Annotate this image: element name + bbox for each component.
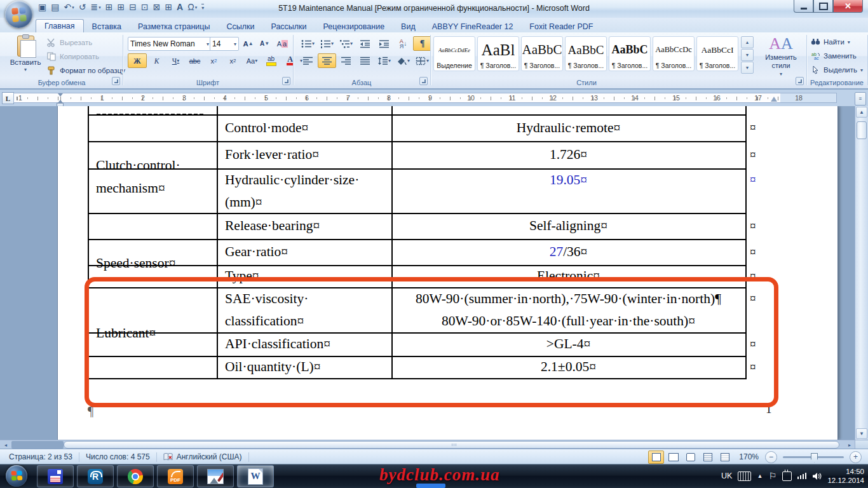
clear-formatting-button[interactable]: Aa [273,36,292,51]
undo-icon[interactable]: ↶ [64,3,74,11]
view-draft-button[interactable] [717,451,733,464]
view-print-layout-button[interactable] [648,451,664,464]
tab-references[interactable]: Ссылки [218,20,262,32]
cell-value[interactable]: 1.726¤ [393,141,744,168]
taskbar-chrome-button[interactable] [117,465,154,487]
tab-mailings[interactable]: Рассылки [262,20,315,32]
underline-button[interactable]: Ч▾ [166,53,185,68]
cell-value[interactable]: 27/36¤ [393,239,744,265]
clock[interactable]: 14:50 12.12.2014 [827,467,864,485]
view-outline-button[interactable] [700,451,715,464]
clipboard-dialog-launcher-icon[interactable] [112,77,120,85]
taskbar-word-button[interactable]: W [237,465,274,487]
cell-label[interactable]: Fork·lever·ratio¤ [218,141,391,168]
italic-button[interactable]: К [147,53,166,68]
numbered-list-button[interactable]: ▾ [318,36,336,51]
copy-button[interactable]: Копировать [47,52,99,61]
borders-button[interactable]: ▾ [413,53,431,68]
cut-button[interactable]: Вырезать [47,38,92,47]
merge-cells-icon[interactable]: ⊡ [141,3,149,11]
style-scroll-down-icon[interactable]: ▼ [741,49,754,61]
action-center-flag-icon[interactable]: ⚐ [768,471,776,481]
symbol-icon[interactable]: Ω [187,3,197,11]
qat-customize-icon[interactable]: ▾ [201,4,204,11]
insert-row-icon[interactable]: ⊞ [117,3,125,11]
style-card-emphasis[interactable]: AaBbCcDdEeВыделение [433,36,475,71]
change-case-button[interactable]: Aa▾ [243,53,261,68]
horizontal-scrollbar[interactable]: ◂ ▸ [0,440,868,449]
language-indicator[interactable]: UK [721,471,732,480]
bullet-list-button[interactable]: ▾ [299,36,317,51]
taskbar-total-commander-button[interactable] [37,465,74,487]
spellcheck-status[interactable]: Английский (США) [157,452,249,462]
increase-indent-button[interactable] [375,36,393,51]
zoom-out-button[interactable]: − [765,451,777,463]
style-card-heading5[interactable]: AaBbCcDc¶ Заголов... [653,36,695,71]
view-fullscreen-button[interactable] [665,451,681,464]
decrease-indent-button[interactable] [356,36,374,51]
show-formatting-marks-button[interactable]: ¶ [413,36,431,51]
vertical-scrollbar[interactable]: ▲ ▼ [855,106,868,440]
font-family-combobox[interactable]: Times New Roman▾ [128,37,212,51]
cell-label[interactable]: Control·mode¤ [218,114,391,141]
change-styles-button[interactable]: AA Изменить стили ▾ [759,36,803,80]
style-card-heading3[interactable]: AaBbC¶ Заголов... [565,36,607,71]
zoom-level[interactable]: 170% [734,452,764,461]
cell-label[interactable]: Hydraulic·cylinder·size· (mm)¤ [218,168,391,214]
taskbar-foxit-button[interactable]: PDF [157,465,194,487]
zoom-slider[interactable] [783,456,844,458]
format-painter-button[interactable]: Формат по образцу [47,66,125,75]
multilevel-list-button[interactable]: ▾ [337,36,355,51]
strikethrough-button[interactable]: abc [186,53,204,68]
select-button[interactable]: Выделить▾ [811,65,863,74]
tab-selector[interactable]: L [2,92,14,104]
tab-review[interactable]: Рецензирование [315,20,393,32]
align-left-button[interactable] [299,53,317,68]
paste-button[interactable]: Вставить ▾ [6,36,44,76]
shading-button[interactable]: ▾ [394,53,412,68]
paragraph-dialog-launcher-icon[interactable] [419,77,428,85]
speaker-icon[interactable] [812,472,822,480]
style-scroll-up-icon[interactable]: ▲ [741,36,754,48]
page-indicator[interactable]: Страница: 2 из 53 [3,452,79,462]
scroll-up-icon[interactable]: ▲ [856,107,867,118]
insert-column-icon[interactable]: ⊞ [105,3,113,11]
tab-view[interactable]: Вид [393,20,424,32]
cell-clutch-control-mechanism[interactable]: Clutch·control· mechanism¤ [89,114,217,239]
delete-cells-icon[interactable]: ⊟ [129,3,137,11]
keyboard-icon[interactable] [738,471,751,481]
style-card-heading1[interactable]: AaBl¶ Заголов... [477,36,519,71]
align-center-button[interactable] [318,53,336,68]
print-preview-icon[interactable]: ▤ [51,3,59,11]
word-count[interactable]: Число слов: 4 575 [79,452,157,462]
maximize-button[interactable] [813,0,833,13]
font-size-combobox[interactable]: 14▾ [210,37,239,51]
zoom-in-button[interactable]: + [850,451,862,463]
highlight-color-button[interactable]: ab [262,53,280,68]
tab-insert[interactable]: Вставка [84,20,130,32]
taskbar-paint-button[interactable] [197,465,234,487]
indent-marker[interactable] [58,93,64,102]
cell-value[interactable]: Hydraulic·remote¤ [393,114,744,141]
grow-font-icon[interactable]: A [177,3,183,11]
redo-icon[interactable]: ↺ [79,3,86,11]
zoom-slider-handle[interactable] [811,453,818,463]
view-web-layout-button[interactable] [682,451,698,464]
minimize-button[interactable] [794,0,813,13]
cell-label[interactable]: Release·bearing¤ [218,213,391,239]
grow-font-button[interactable]: A▲ [239,36,257,51]
cell-label[interactable]: Gear·ratio¤ [218,239,391,265]
save-icon[interactable]: ▣ [38,3,46,11]
cell-value[interactable]: 19.05¤ [393,168,744,214]
style-card-heading2[interactable]: AaBbC¶ Заголов... [521,36,563,71]
hidden-icons-arrow-icon[interactable]: ▲ [757,473,763,479]
network-signal-icon[interactable] [797,473,807,479]
split-cells-icon[interactable]: ⊠ [153,3,161,11]
vertical-scroll-thumb[interactable] [857,121,867,139]
scroll-right-icon[interactable]: ▸ [844,440,855,449]
style-card-heading4[interactable]: AaBbC¶ Заголов... [609,36,651,71]
horizontal-scroll-thumb[interactable] [64,441,839,449]
ruler-toggle-button[interactable]: ≡ [855,92,866,105]
styles-dialog-launcher-icon[interactable] [796,77,804,85]
scroll-track[interactable] [11,441,64,449]
